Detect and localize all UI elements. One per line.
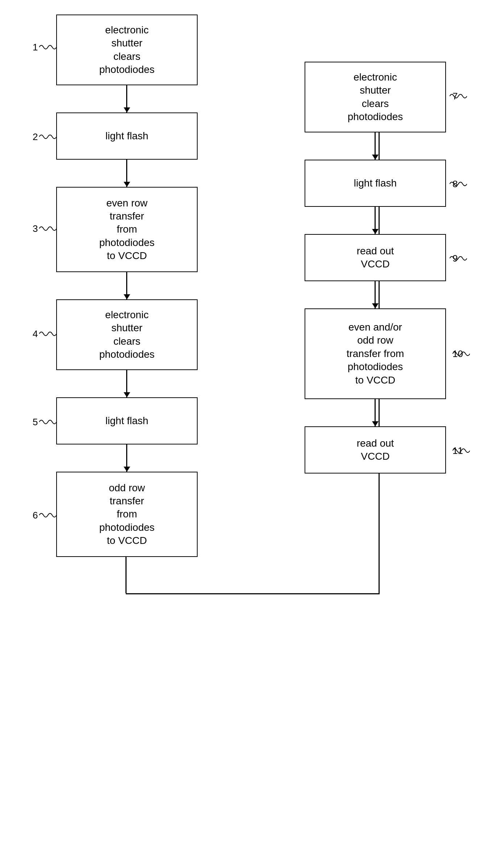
diagram-container: electronicshutterclearsphotodiodes 1 lig…	[0, 0, 504, 865]
box8: light flash	[305, 160, 446, 207]
box2: light flash	[56, 112, 198, 160]
box6: odd rowtransferfromphotodiodesto VCCD	[56, 472, 198, 557]
wavy-7	[450, 93, 467, 100]
wavy-2	[39, 133, 57, 140]
label-1: 1	[33, 42, 38, 53]
box11: read outVCCD	[305, 426, 446, 474]
wavy-10	[453, 350, 470, 357]
label-4: 4	[33, 328, 38, 340]
label-6: 6	[33, 510, 38, 521]
box4: electronicshutterclearsphotodiodes	[56, 299, 198, 370]
wavy-11	[453, 447, 470, 454]
wavy-8	[450, 180, 467, 188]
box3: even rowtransferfromphotodiodesto VCCD	[56, 187, 198, 272]
arrow-5-6	[126, 444, 127, 472]
box5: light flash	[56, 397, 198, 444]
label-3: 3	[33, 223, 38, 234]
arrow-9-10	[375, 281, 376, 308]
box9: read outVCCD	[305, 234, 446, 281]
arrow-4-5	[126, 370, 127, 397]
line-6-bottom	[125, 557, 127, 593]
arrow-8-9	[375, 207, 376, 234]
arrow-10-11	[375, 399, 376, 426]
label-2: 2	[33, 131, 38, 143]
arrow-1-2	[126, 85, 127, 112]
box1: electronicshutterclearsphotodiodes	[56, 15, 198, 85]
wavy-9	[450, 255, 467, 262]
wavy-5	[39, 418, 57, 426]
line-bottom-h	[126, 593, 380, 594]
wavy-4	[39, 330, 57, 337]
arrow-3-4	[126, 272, 127, 299]
box7: electronicshutterclearsphotodiodes	[305, 62, 446, 132]
arrow-7-8	[375, 132, 376, 160]
box10: even and/orodd rowtransfer fromphotodiod…	[305, 308, 446, 399]
arrow-2-3	[126, 160, 127, 187]
label-5: 5	[33, 417, 38, 428]
wavy-6	[39, 512, 57, 519]
wavy-1	[39, 44, 57, 51]
wavy-3	[39, 225, 57, 232]
